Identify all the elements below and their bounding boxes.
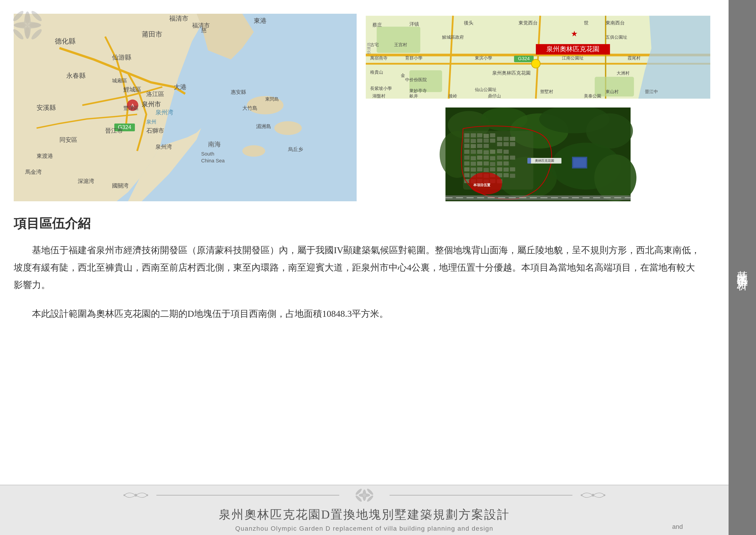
svg-rect-54 — [377, 27, 420, 53]
svg-rect-154 — [497, 167, 502, 171]
large-map: G324 A 泉州市 德化縣 莆田市 福清市 永春縣 仙游縣 安溪縣 鯉城區 洛… — [14, 14, 357, 201]
svg-text:鯪城區政府: 鯪城區政府 — [442, 35, 464, 40]
svg-rect-115 — [483, 139, 489, 143]
content-area: G324 A 泉州市 德化縣 莆田市 福清市 永春縣 仙游縣 安溪縣 鯉城區 洛… — [0, 0, 729, 535]
svg-rect-164 — [510, 174, 515, 178]
svg-text:South: South — [201, 151, 214, 157]
svg-rect-151 — [477, 167, 482, 171]
svg-text:同安區: 同安區 — [60, 137, 77, 143]
svg-point-105 — [594, 155, 637, 201]
svg-rect-141 — [510, 155, 515, 160]
svg-rect-138 — [490, 156, 495, 160]
svg-text:福清市: 福清市 — [169, 15, 188, 22]
svg-rect-144 — [477, 161, 482, 166]
text-section: 項目區伍介紹 基地伍于福建省泉州市經濟技術開發區（原清蒙科技開發區）內，屬于我國… — [14, 215, 710, 323]
svg-rect-112 — [464, 139, 470, 143]
footer-decoration — [122, 488, 607, 502]
svg-rect-135 — [471, 156, 476, 160]
svg-rect-122 — [503, 137, 509, 141]
svg-text:泉州湾: 泉州湾 — [155, 144, 172, 150]
svg-text:育群小學: 育群小學 — [405, 56, 422, 60]
svg-rect-121 — [497, 137, 502, 141]
svg-rect-172 — [573, 158, 586, 167]
svg-text:五俱公園址: 五俱公園址 — [606, 35, 627, 40]
svg-rect-118 — [471, 144, 476, 148]
svg-point-9 — [274, 121, 302, 135]
svg-rect-146 — [490, 162, 495, 166]
svg-text:東南西台: 東南西台 — [606, 20, 625, 26]
svg-rect-109 — [477, 133, 482, 137]
svg-point-10 — [242, 145, 265, 157]
svg-text:德化縣: 德化縣 — [55, 37, 75, 45]
footer: 泉州奧林匹克花園D置換地塊別墅建築規劃方案設計 Quanzhou Olympic… — [0, 485, 729, 535]
sidebar-text: 基地區伍分析 — [736, 262, 749, 273]
svg-text:泉州湾: 泉州湾 — [155, 109, 173, 116]
svg-point-5 — [30, 28, 43, 41]
right-maps: G324 泉州奧林匹克花園 ★ 蔡庄 洋镇 — [366, 14, 710, 201]
svg-text:東閃島: 東閃島 — [265, 97, 279, 101]
svg-rect-133 — [503, 150, 509, 154]
svg-text:南海: 南海 — [208, 141, 221, 148]
paragraph-1: 基地伍于福建省泉州市經濟技術開發區（原清蒙科技開發區）內，屬于我國IV顯建築氣候… — [14, 241, 701, 294]
page-container: G324 A 泉州市 德化縣 莆田市 福清市 永春縣 仙游縣 安溪縣 鯉城區 洛… — [0, 0, 756, 535]
svg-rect-152 — [483, 168, 489, 172]
svg-text:東山村: 東山村 — [606, 89, 619, 94]
svg-point-190 — [580, 494, 582, 496]
svg-rect-155 — [503, 167, 509, 172]
svg-text:泉州奧林匹克花園: 泉州奧林匹克花園 — [546, 45, 599, 53]
svg-text:美泰公園: 美泰公園 — [584, 94, 601, 99]
svg-point-181 — [146, 494, 148, 496]
svg-text:蔡庄: 蔡庄 — [372, 22, 382, 28]
svg-text:奧林匹克花園: 奧林匹克花園 — [535, 159, 554, 162]
svg-rect-111 — [490, 133, 495, 137]
svg-rect-110 — [483, 134, 489, 138]
svg-rect-149 — [464, 167, 470, 171]
svg-text:金: 金 — [401, 73, 405, 78]
svg-rect-130 — [483, 150, 489, 155]
svg-text:泉州: 泉州 — [146, 119, 156, 125]
svg-rect-147 — [497, 161, 502, 166]
svg-rect-140 — [503, 155, 509, 160]
satellite-map: 奧林匹克花園 本項目伍置 — [366, 107, 710, 201]
svg-text:王宫村: 王宫村 — [394, 42, 407, 47]
top-decoration — [5, 5, 50, 46]
svg-rect-108 — [471, 133, 476, 137]
svg-point-61 — [531, 60, 540, 68]
svg-text:晉江中: 晉江中 — [645, 89, 658, 94]
svg-text:東港: 東港 — [254, 17, 267, 24]
footer-title-en: Quanzhou Olympic Garden D replacement of… — [235, 525, 493, 532]
svg-point-2 — [12, 10, 25, 23]
svg-rect-123 — [497, 142, 502, 146]
svg-text:禦墅村: 禦墅村 — [540, 89, 553, 94]
svg-rect-127 — [464, 150, 470, 154]
svg-text:畝井: 畝井 — [409, 94, 418, 99]
svg-rect-131 — [490, 150, 495, 154]
svg-rect-139 — [497, 155, 502, 160]
svg-text:霞尾村: 霞尾村 — [628, 56, 640, 60]
maps-row: G324 A 泉州市 德化縣 莆田市 福清市 永春縣 仙游縣 安溪縣 鯉城區 洛… — [14, 14, 710, 201]
svg-text:世: 世 — [584, 20, 589, 26]
svg-point-179 — [134, 494, 137, 496]
svg-text:鯉城區: 鯉城區 — [123, 86, 141, 93]
svg-text:快速路: 快速路 — [367, 42, 371, 54]
svg-rect-120 — [483, 144, 489, 148]
svg-text:仙游縣: 仙游縣 — [112, 54, 131, 61]
svg-text:大洲村: 大洲村 — [616, 71, 630, 75]
svg-text:惠安縣: 惠安縣 — [231, 89, 246, 95]
svg-rect-142 — [464, 161, 470, 166]
svg-rect-136 — [477, 155, 482, 160]
svg-text:長紫坡小學: 長紫坡小學 — [370, 86, 392, 91]
svg-rect-157 — [464, 173, 470, 177]
svg-rect-124 — [503, 142, 509, 146]
svg-text:China Sea: China Sea — [201, 158, 225, 163]
small-map-top: G324 泉州奧林匹克花園 ★ 蔡庄 洋镇 — [366, 14, 710, 100]
svg-text:泉州市: 泉州市 — [142, 100, 161, 108]
svg-text:洋镇: 洋镇 — [409, 21, 419, 27]
svg-rect-156 — [510, 167, 515, 171]
svg-text:東渡港: 東渡港 — [37, 153, 53, 159]
svg-rect-114 — [477, 139, 482, 143]
svg-rect-148 — [503, 161, 509, 166]
svg-point-188 — [363, 493, 366, 497]
svg-text:中价份医院: 中价份医院 — [405, 77, 427, 82]
svg-text:東觉西台: 東觉西台 — [519, 20, 538, 26]
